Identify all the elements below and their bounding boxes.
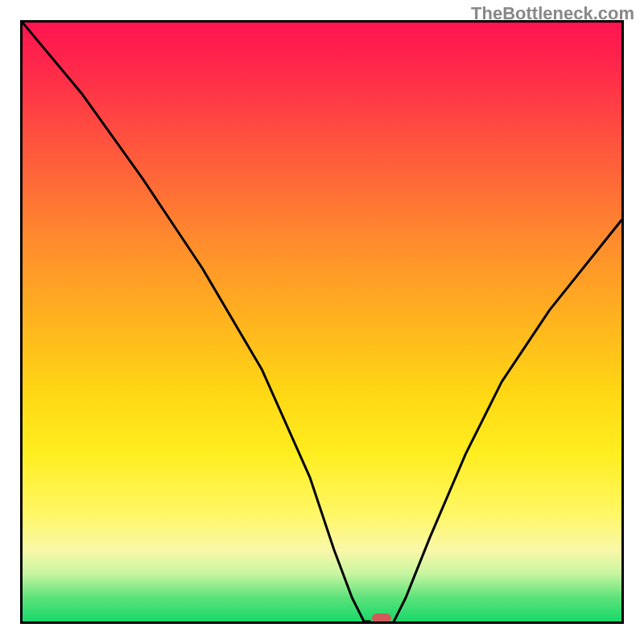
plot-frame — [20, 20, 624, 624]
watermark-text: TheBottleneck.com — [471, 3, 634, 24]
optimum-marker — [372, 613, 391, 623]
chart-container: TheBottleneck.com — [0, 0, 644, 644]
curve-right-branch — [394, 221, 621, 621]
curve-left-branch — [23, 23, 370, 621]
curve-layer — [23, 23, 621, 621]
